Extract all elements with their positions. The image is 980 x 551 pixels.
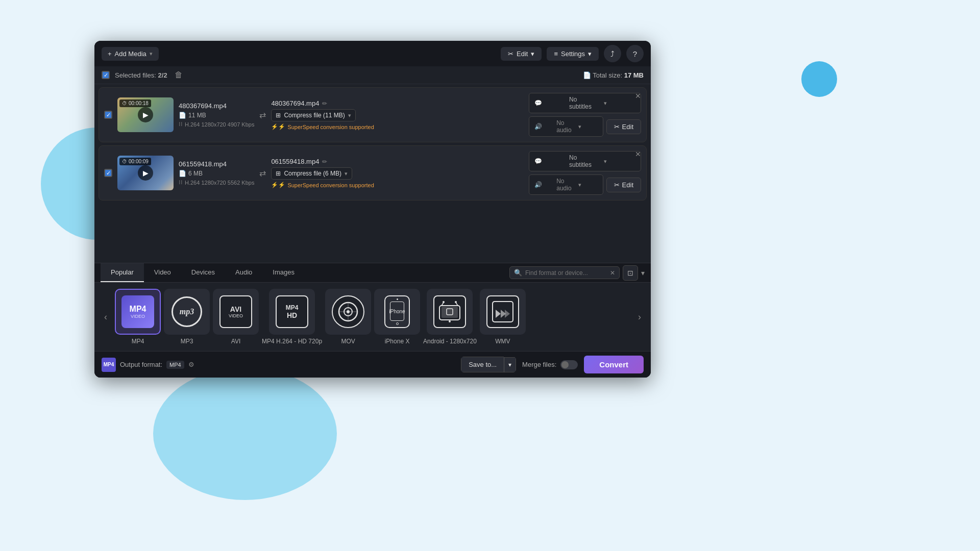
format-item-wmv[interactable]: WMV: [480, 289, 526, 345]
format-item-mp4hd[interactable]: MP4 HD MP4 H.264 - HD 720p: [262, 289, 322, 345]
file-1-edit-name-icon[interactable]: ✏: [322, 100, 327, 107]
file-1-compress-dropdown[interactable]: ⊞ Compress file (11 MB) ▾: [271, 109, 355, 121]
compress-icon-2: ⊞: [276, 170, 281, 177]
subtitle-icon: 💬: [534, 99, 566, 107]
file-2-name: 061559418.mp4: [179, 160, 254, 168]
merge-files-label: Merge files:: [522, 361, 556, 368]
edit-scissors-icon-2: ✂: [614, 181, 620, 189]
compress-icon: ⊞: [276, 112, 281, 119]
close-file-2-button[interactable]: ✕: [635, 150, 641, 158]
file-2-compress-dropdown[interactable]: ⊞ Compress file (6 MB) ▾: [271, 167, 352, 180]
file-1-size: 📄 11 MB: [179, 112, 254, 119]
share-icon: ⤴: [610, 49, 615, 58]
file-2-play-button[interactable]: ▶: [138, 165, 153, 181]
file-2-thumbnail: ⏱00:00:09 ▶: [117, 156, 174, 190]
format-icon-iphonex-box: iPhone: [374, 289, 420, 335]
file-2-subtitle-dropdown[interactable]: 💬 No subtitles ▾: [529, 151, 641, 171]
format-item-mp4[interactable]: MP4 VIDEO MP4: [115, 289, 161, 345]
toolbar: + Add Media ▾ ✂ Edit ▾ ≡ Settings ▾ ⤴ ?: [94, 41, 651, 66]
file-1-play-button[interactable]: ▶: [138, 107, 153, 122]
file-1-subtitle-dropdown[interactable]: 💬 No subtitles ▾: [529, 93, 641, 113]
svg-point-11: [455, 301, 457, 303]
mp3-icon: mp3: [172, 296, 202, 327]
save-to-main-button[interactable]: Save to...: [461, 357, 504, 372]
format-icon-mov-box: [325, 289, 371, 335]
format-mov-label: MOV: [341, 338, 355, 345]
subtitle-chevron: ▾: [604, 100, 635, 107]
save-to-label: Save to...: [469, 361, 497, 368]
gear-icon[interactable]: ⚙: [188, 361, 194, 368]
format-icon-mp4-box: MP4 VIDEO: [115, 289, 161, 335]
settings-label: Settings: [561, 50, 585, 58]
settings-button[interactable]: ≡ Settings ▾: [547, 47, 599, 61]
edit-button[interactable]: ✂ Edit ▾: [501, 47, 542, 61]
format-wmv-label: WMV: [495, 338, 510, 345]
plus-icon: +: [108, 50, 112, 58]
file-2-checkbox[interactable]: [104, 169, 112, 177]
add-media-button[interactable]: + Add Media ▾: [102, 47, 159, 61]
scissors-icon: ✂: [508, 50, 513, 58]
format-prev-button[interactable]: ‹: [99, 310, 113, 324]
select-all-checkbox[interactable]: [102, 71, 110, 79]
format-expand-icon[interactable]: ▾: [641, 269, 645, 277]
file-1-thumbnail: ⏱00:00:18 ▶: [117, 97, 174, 132]
mov-icon: [332, 295, 364, 328]
arrow-icon-1: ⇄: [259, 110, 266, 120]
settings-icon: ≡: [554, 50, 558, 58]
search-clear-icon[interactable]: ✕: [610, 269, 615, 277]
file-1-edit-button[interactable]: ✂ Edit: [606, 119, 641, 134]
arrow-icon-2: ⇄: [259, 168, 266, 178]
file-item-1: ✕ ⏱00:00:18 ▶ 480367694.mp4 📄 11 MB ⁞⁞ H…: [99, 87, 647, 142]
file-1-checkbox[interactable]: [104, 111, 112, 119]
file-item-2: ✕ ⏱00:00:09 ▶ 061559418.mp4 📄 6 MB ⁞⁞ H.…: [99, 145, 647, 201]
mp4-icon: MP4 VIDEO: [121, 295, 154, 328]
convert-button[interactable]: Convert: [584, 356, 644, 373]
format-search-input[interactable]: [525, 269, 607, 277]
format-capture-button[interactable]: ⊡: [623, 265, 638, 281]
tab-devices[interactable]: Devices: [181, 263, 225, 282]
output-format-info: MP4 Output format: MP4 ⚙: [102, 358, 194, 372]
audio-chevron: ▾: [578, 123, 597, 130]
format-item-avi[interactable]: AVI VIDEO AVI: [213, 289, 259, 345]
format-iphonex-label: iPhone X: [385, 338, 410, 345]
tab-images[interactable]: Images: [262, 263, 305, 282]
help-button[interactable]: ?: [626, 45, 644, 62]
audio-icon-2: 🔊: [534, 181, 553, 188]
format-item-mp3[interactable]: mp3 MP3: [164, 289, 210, 345]
format-item-iphonex[interactable]: iPhone iPhone X: [374, 289, 420, 345]
format-android-label: Android - 1280x720: [423, 338, 477, 345]
tab-video[interactable]: Video: [144, 263, 181, 282]
format-avi-label: AVI: [231, 338, 240, 345]
audio-icon: 🔊: [534, 123, 553, 130]
delete-icon[interactable]: 🗑: [175, 70, 183, 80]
file-1-audio-dropdown[interactable]: 🔊 No audio ▾: [529, 116, 603, 137]
tab-audio[interactable]: Audio: [225, 263, 262, 282]
bottom-bar: MP4 Output format: MP4 ⚙ Save to... ▾ Me…: [94, 351, 651, 378]
format-mp3-label: MP3: [181, 338, 193, 345]
convert-label: Convert: [599, 360, 628, 369]
share-button[interactable]: ⤴: [604, 45, 621, 62]
file-2-codec: ⁞⁞ H.264 1280x720 5562 Kbps: [179, 179, 254, 186]
format-mp4-label: MP4: [132, 338, 144, 345]
tab-popular[interactable]: Popular: [101, 263, 144, 282]
svg-point-10: [443, 301, 445, 303]
merge-toggle-switch[interactable]: [560, 360, 578, 369]
file-2-superspeed: ⚡⚡ SuperSpeed conversion supported: [271, 182, 524, 188]
file-2-edit-name-icon[interactable]: ✏: [322, 158, 327, 165]
file-2-info: 061559418.mp4 📄 6 MB ⁞⁞ H.264 1280x720 5…: [179, 160, 254, 186]
add-media-label: Add Media: [115, 50, 146, 58]
format-search-bar[interactable]: 🔍 ✕: [509, 266, 620, 279]
close-file-1-button[interactable]: ✕: [635, 92, 641, 100]
save-to-dropdown-button[interactable]: ▾: [504, 357, 516, 372]
format-icon-android-box: [427, 289, 473, 335]
file-2-edit-button[interactable]: ✂ Edit: [606, 178, 641, 192]
subtitle-icon-2: 💬: [534, 158, 566, 165]
save-to-button[interactable]: Save to... ▾: [461, 357, 516, 372]
file-1-duration: ⏱00:00:18: [119, 99, 151, 107]
file-2-audio-dropdown[interactable]: 🔊 No audio ▾: [529, 174, 603, 195]
file-2-duration: ⏱00:00:09: [119, 158, 151, 165]
format-next-button[interactable]: ›: [632, 310, 647, 324]
output-format-icon: MP4: [102, 358, 116, 372]
format-item-android[interactable]: Android - 1280x720: [423, 289, 477, 345]
format-item-mov[interactable]: MOV: [325, 289, 371, 345]
